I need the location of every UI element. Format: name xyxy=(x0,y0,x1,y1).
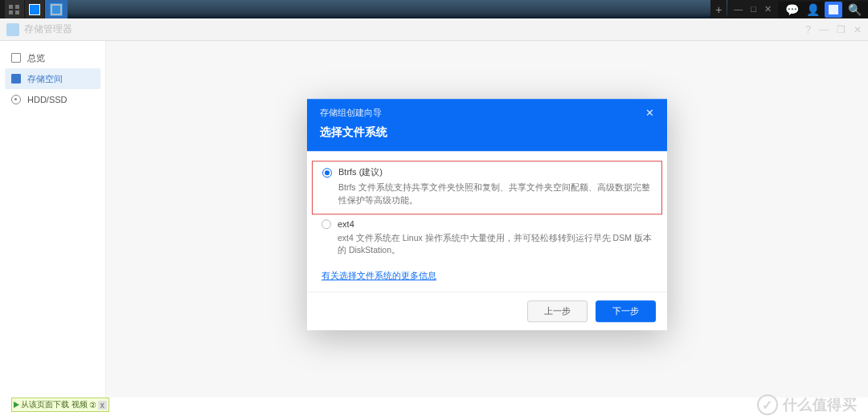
taskbar-app1[interactable] xyxy=(25,0,44,18)
dialog-footer: 上一步 下一步 xyxy=(307,292,667,330)
back-button[interactable]: 上一步 xyxy=(527,300,588,322)
taskbar-grid-button[interactable] xyxy=(5,0,24,18)
dialog-body: Btrfs (建议) Btrfs 文件系统支持共享文件夹快照和复制、共享文件夹空… xyxy=(307,151,667,292)
sidebar: 总览 存储空间 HDD/SSD xyxy=(0,41,106,398)
app-minimize-button[interactable]: — xyxy=(819,24,829,35)
option-ext4[interactable]: ext4 ext4 文件系统在 Linux 操作系统中大量使用，并可轻松移转到运… xyxy=(307,214,667,264)
sidebar-item-label: 总览 xyxy=(27,52,45,64)
sidebar-item-hdd[interactable]: HDD/SSD xyxy=(5,89,100,110)
tray-user-icon[interactable]: 👤 xyxy=(804,2,821,18)
option-label: Btrfs (建议) xyxy=(338,166,383,178)
app-title: 存储管理器 xyxy=(24,22,72,36)
taskbar: + — □ ✕ 💬 👤 🔍 xyxy=(0,0,868,18)
app-help-button[interactable]: ? xyxy=(805,24,811,35)
watermark-text: 什么值得买 xyxy=(783,395,858,414)
dialog-title: 选择文件系统 xyxy=(320,125,654,140)
app-close-button[interactable]: ✕ xyxy=(854,24,862,35)
dialog-subtitle-row: 存储组创建向导 ✕ xyxy=(320,107,654,119)
tray-search-icon[interactable]: 🔍 xyxy=(845,2,863,18)
download-badge-count: ② xyxy=(89,401,96,410)
taskbar-app2-active[interactable] xyxy=(45,0,68,18)
sidebar-item-overview[interactable]: 总览 xyxy=(5,47,100,68)
minimize-button[interactable]: — xyxy=(734,5,743,14)
taskbar-left xyxy=(0,0,68,18)
sidebar-item-label: 存储空间 xyxy=(27,73,63,85)
app-maximize-button[interactable]: ❐ xyxy=(837,24,845,35)
hdd-icon xyxy=(11,95,21,104)
window-controls: — □ ✕ xyxy=(727,5,778,14)
dialog-subtitle: 存储组创建向导 xyxy=(320,107,382,119)
download-badge-close[interactable]: x xyxy=(98,401,107,410)
play-icon xyxy=(14,402,19,408)
option-label: ext4 xyxy=(338,219,354,229)
app-title-wrap: 存储管理器 xyxy=(6,22,72,36)
create-storage-dialog: 存储组创建向导 ✕ 选择文件系统 Btrfs (建议) Btrfs 文件系统支持… xyxy=(307,99,667,330)
download-badge-text: 从该页面下载 视频 xyxy=(21,399,88,410)
more-info-link[interactable]: 有关选择文件系统的更多信息 xyxy=(307,263,451,288)
app-body: 总览 存储空间 HDD/SSD 存储组创建向导 ✕ 选择文件系统 xyxy=(0,41,868,398)
maximize-button[interactable]: □ xyxy=(751,5,756,14)
app1-icon xyxy=(29,4,40,15)
option-desc: ext4 文件系统在 Linux 操作系统中大量使用，并可轻松移转到运行早先 D… xyxy=(338,232,653,258)
next-button[interactable]: 下一步 xyxy=(596,300,656,322)
new-tab-button[interactable]: + xyxy=(710,0,727,18)
chat-icon: 💬 xyxy=(785,3,799,16)
user-icon: 👤 xyxy=(806,3,820,16)
radio-ext4[interactable] xyxy=(321,219,331,229)
watermark: ✓ 什么值得买 xyxy=(757,394,858,415)
sidebar-item-label: HDD/SSD xyxy=(27,95,68,104)
storage-manager-icon xyxy=(6,23,19,36)
tray-chat-icon[interactable]: 💬 xyxy=(783,2,800,18)
taskbar-mid: + xyxy=(68,0,727,18)
bottom-bar xyxy=(0,398,868,420)
close-window-button[interactable]: ✕ xyxy=(764,5,772,14)
overview-icon xyxy=(11,53,21,63)
grid-icon xyxy=(9,5,20,14)
watermark-check-icon: ✓ xyxy=(757,394,778,415)
app-header: 存储管理器 ? — ❐ ✕ xyxy=(0,18,868,41)
option-btrfs[interactable]: Btrfs (建议) Btrfs 文件系统支持共享文件夹快照和复制、共享文件夹空… xyxy=(312,161,662,214)
tray-app-square-icon xyxy=(829,5,838,14)
dialog-close-button[interactable]: ✕ xyxy=(645,107,654,119)
search-icon: 🔍 xyxy=(848,3,862,16)
app2-icon xyxy=(50,3,63,16)
app-header-controls: ? — ❐ ✕ xyxy=(805,24,862,35)
radio-btrfs[interactable] xyxy=(322,168,332,177)
storage-icon xyxy=(11,74,21,84)
download-badge[interactable]: 从该页面下载 视频 ② x xyxy=(11,398,109,412)
dialog-header: 存储组创建向导 ✕ 选择文件系统 xyxy=(307,99,667,151)
content-area: 存储组创建向导 ✕ 选择文件系统 Btrfs (建议) Btrfs 文件系统支持… xyxy=(106,41,868,398)
sidebar-item-storage[interactable]: 存储空间 xyxy=(5,68,100,89)
option-desc: Btrfs 文件系统支持共享文件夹快照和复制、共享文件夹空间配额、高级数据完整性… xyxy=(338,181,652,206)
taskbar-tray: 💬 👤 🔍 xyxy=(778,2,868,18)
tray-app-icon[interactable] xyxy=(825,2,842,18)
